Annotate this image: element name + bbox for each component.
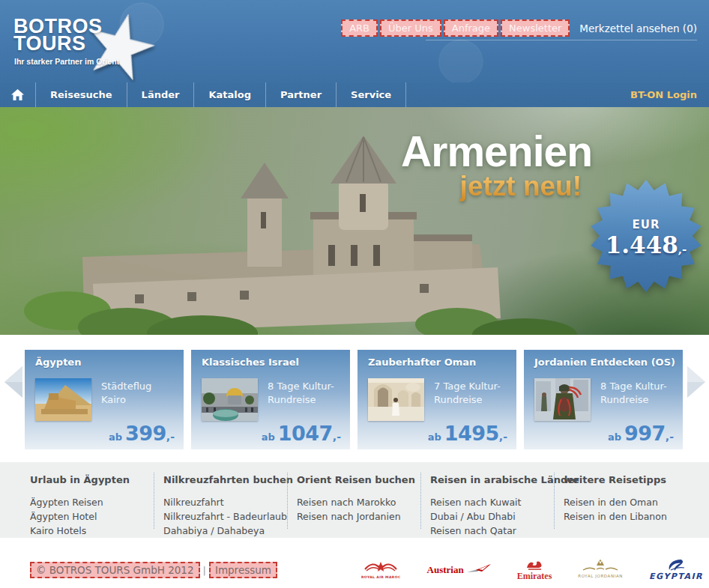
hero-title: Armenien [401, 127, 592, 176]
link-newsletter[interactable]: Newsletter [501, 19, 570, 37]
bagpiper-thumbnail [534, 378, 591, 421]
copyright-separator: | [203, 565, 206, 576]
impressum-link[interactable]: Impressum [209, 562, 277, 578]
card-title: Ägypten [35, 357, 81, 368]
footer-link[interactable]: Reisen nach Jordanien [297, 510, 424, 524]
card-description: Städteflug Kairo [101, 380, 176, 406]
footer-link[interactable]: Ägypten Reisen [30, 496, 157, 510]
royal-jordanian-logo: ROYAL JORDANIAN [578, 560, 623, 579]
header-top-links: ARB Über Uns Anfrage Newsletter Merkzett… [341, 19, 697, 37]
offer-cards: Ägypten Städteflug Kairo ab399,- [25, 350, 690, 449]
footer-heading: Orient Reisen buchen [297, 474, 424, 485]
footer-link[interactable]: Reisen in den Oman [564, 496, 691, 510]
footer-link[interactable]: Nilkreuzfahrt - Badeurlaub [163, 510, 291, 524]
egyptair-logo: EGYPTAIR [649, 559, 703, 581]
footer-heading: Urlaub in Ägypten [30, 474, 157, 485]
botros-tours-homepage: BOTROS TOURS Ihr starker Partner im Orie… [0, 0, 709, 588]
footer-link[interactable]: Nilkreuzfahrt [163, 496, 291, 510]
bottom-bar: © BOTROS TOURS GmbH 2012 | Impressum ROY… [0, 538, 709, 588]
logo-line2: TOURS [13, 35, 103, 52]
footer-link[interactable]: Reisen nach Marokko [297, 496, 424, 510]
nav-item-laender[interactable]: Länder [127, 82, 195, 107]
card-title: Jordanien Entdecken (OS) [534, 357, 675, 368]
egyptair-falcon-icon [665, 559, 687, 572]
offers-carousel: Ägypten Städteflug Kairo ab399,- [0, 335, 709, 462]
footer-heading: Nilkreuzfahrten buchen [163, 474, 291, 485]
link-arb[interactable]: ARB [341, 19, 378, 37]
footer-col-aegypten: Urlaub in Ägypten Ägypten Reisen Ägypten… [30, 474, 157, 538]
bt-on-login-link[interactable]: BT-ON Login [630, 82, 709, 107]
card-description: 7 Tage Kultur-Rundreise [434, 380, 509, 406]
footer-link[interactable]: Dahabiya / Dahabeya [163, 524, 291, 539]
card-price: ab1495,- [428, 422, 507, 445]
footer-col-nilkreuzfahrten: Nilkreuzfahrten buchen Nilkreuzfahrt Nil… [163, 474, 291, 538]
footer-heading: weitere Reisetipps [564, 474, 691, 485]
footer-col-orient: Orient Reisen buchen Reisen nach Marokko… [297, 474, 424, 524]
hero-banner-armenien[interactable]: Armenien jetzt neu! EUR 1.448,- [0, 107, 709, 335]
main-navigation: Reisesuche Länder Katalog Partner Servic… [0, 82, 709, 107]
airline-logos: ROYAL AIR MAROC Austrian Emirates [361, 554, 703, 584]
nav-item-partner[interactable]: Partner [266, 82, 337, 107]
royal-jordanian-crown-icon [580, 560, 621, 573]
card-title: Zauberhafter Oman [368, 357, 476, 368]
austrian-chevron-icon [465, 563, 491, 576]
footer-links-section: Urlaub in Ägypten Ägypten Reisen Ägypten… [0, 462, 709, 538]
footer-separator [554, 473, 555, 529]
copyright-link[interactable]: © BOTROS TOURS GmbH 2012 [30, 562, 200, 578]
card-title: Klassisches Israel [202, 357, 299, 368]
footer-link[interactable]: Reisen nach Qatar [430, 524, 558, 539]
link-ueber-uns[interactable]: Über Uns [380, 19, 441, 37]
royal-air-maroc-logo: ROYAL AIR MAROC [361, 559, 401, 580]
botros-tours-logo[interactable]: BOTROS TOURS Ihr starker Partner im Orie… [13, 16, 163, 76]
card-price: ab399,- [109, 422, 175, 445]
nav-item-reisesuche[interactable]: Reisesuche [36, 82, 127, 107]
mosque-thumbnail [368, 378, 424, 421]
carousel-prev-arrow[interactable] [4, 366, 22, 398]
card-description: 8 Tage Kultur-Rundreise [600, 380, 675, 406]
footer-heading: Reisen in arabische Länder [430, 474, 558, 485]
offer-card-israel[interactable]: Klassisches Israel 8 Tage Kultur-Rundrei… [191, 350, 350, 449]
home-icon [11, 89, 24, 100]
price-badge: EUR 1.448,- [589, 179, 703, 293]
badge-price: 1.448,- [589, 231, 703, 258]
footer-separator [420, 473, 421, 529]
austrian-airlines-logo: Austrian [427, 563, 491, 576]
link-anfrage[interactable]: Anfrage [444, 19, 498, 37]
footer-link[interactable]: Dubai / Abu Dhabi [430, 510, 558, 524]
header: BOTROS TOURS Ihr starker Partner im Orie… [0, 0, 709, 82]
offer-card-jordanien[interactable]: Jordanien Entdecken (OS) 8 Tage Kultur-R… [524, 350, 683, 449]
logo-tagline: Ihr starker Partner im Orient [14, 57, 119, 66]
footer-link[interactable]: Reisen in den Libanon [564, 510, 691, 524]
footer-link[interactable]: Ägypten Hotel [30, 510, 157, 524]
footer-link[interactable]: Reisen nach Kuwait [430, 496, 558, 510]
royal-air-maroc-icon [363, 559, 398, 575]
emirates-calligraphy-icon [525, 559, 544, 571]
copyright-row: © BOTROS TOURS GmbH 2012 | Impressum [30, 562, 277, 578]
badge-currency: EUR [589, 218, 703, 231]
offer-card-aegypten[interactable]: Ägypten Städteflug Kairo ab399,- [25, 350, 184, 449]
nav-item-service[interactable]: Service [337, 82, 406, 107]
hero-subtitle: jetzt neu! [460, 171, 582, 202]
footer-col-reisetipps: weitere Reisetipps Reisen in den Oman Re… [564, 474, 691, 524]
emirates-logo: Emirates [517, 559, 552, 581]
offer-card-oman[interactable]: Zauberhafter Oman 7 Tage Kultur-Rundreis… [357, 350, 516, 449]
footer-link[interactable]: Kairo Hotels [30, 524, 157, 539]
card-description: 8 Tage Kultur-Rundreise [268, 380, 343, 406]
header-divider [426, 40, 697, 40]
card-price: ab1047,- [262, 422, 341, 445]
footer-separator [287, 473, 288, 529]
sphinx-thumbnail [35, 378, 91, 421]
home-button[interactable] [0, 82, 36, 107]
logo-wordmark: BOTROS TOURS [13, 18, 103, 53]
jerusalem-thumbnail [202, 378, 258, 421]
footer-separator [154, 473, 154, 529]
card-price: ab997,- [608, 422, 674, 445]
footer-col-arabische-laender: Reisen in arabische Länder Reisen nach K… [430, 474, 558, 538]
merkzettel-link[interactable]: Merkzettel ansehen (0) [579, 22, 697, 34]
nav-item-katalog[interactable]: Katalog [194, 82, 266, 107]
